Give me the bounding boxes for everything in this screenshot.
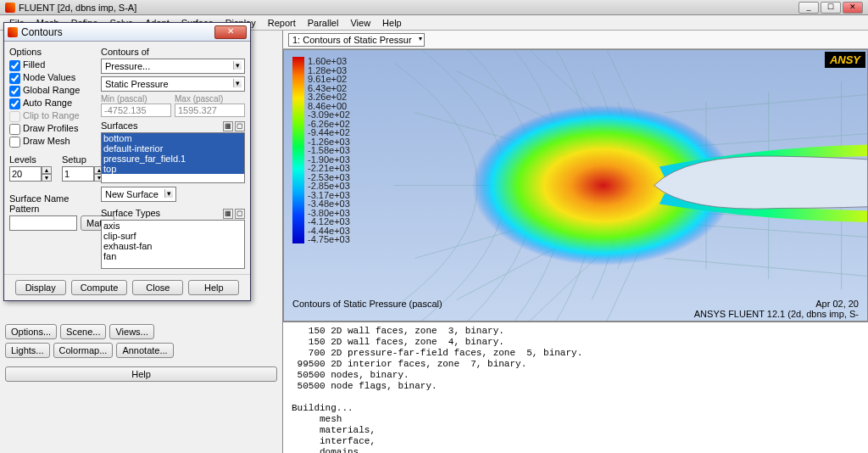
pattern-input[interactable] xyxy=(9,215,77,231)
check-global-range[interactable]: Global Range xyxy=(9,84,94,97)
menu-view[interactable]: View xyxy=(344,16,376,30)
min-label: Min (pascal) xyxy=(101,94,171,103)
type-fan[interactable]: fan xyxy=(102,251,244,261)
min-input xyxy=(101,103,171,117)
compute-button[interactable]: Compute xyxy=(71,280,128,295)
contours-dialog: Contours ✕ Options Filled Node Values Gl… xyxy=(3,22,251,301)
type-clip-surf[interactable]: clip-surf xyxy=(102,231,244,241)
levels-input[interactable] xyxy=(9,166,42,182)
check-node-values[interactable]: Node Values xyxy=(9,71,94,84)
surface-item-top[interactable]: top xyxy=(102,164,244,174)
options-button[interactable]: Options... xyxy=(5,324,57,339)
annotate-button[interactable]: Annotate... xyxy=(116,343,173,358)
surface-item-pressure-far-field[interactable]: pressure_far_field.1 xyxy=(102,154,244,164)
viz-footer-title: Contours of Static Pressure (pascal) xyxy=(292,299,442,319)
types-select-all-icon[interactable]: ▦ xyxy=(223,209,233,219)
type-exhaust-fan[interactable]: exhaust-fan xyxy=(102,241,244,251)
cb-l16: -3.48e+03 xyxy=(308,199,350,209)
surfaces-deselect-icon[interactable]: ▢ xyxy=(235,121,245,131)
menu-report[interactable]: Report xyxy=(262,16,302,30)
setup-spinner[interactable]: ▲▼ xyxy=(62,166,104,182)
colorbar-labels: 1.60e+03 1.28e+03 9.61e+02 6.43e+02 3.26… xyxy=(308,57,350,244)
console-output[interactable]: 150 2D wall faces, zone 3, binary. 150 2… xyxy=(283,322,868,453)
colormap-button[interactable]: Colormap... xyxy=(53,343,114,358)
dialog-close-button[interactable]: ✕ xyxy=(214,25,247,39)
variable-category-combo[interactable]: Pressure... xyxy=(101,59,245,74)
options-label: Options xyxy=(9,47,94,57)
help-button[interactable]: Help xyxy=(5,366,277,382)
setup-label: Setup xyxy=(62,154,104,165)
cb-l14: -2.85e+03 xyxy=(308,182,350,191)
options-column: Options Filled Node Values Global Range … xyxy=(9,47,94,269)
pattern-row: Surface Name Pattern Match xyxy=(9,193,94,231)
dialog-title: Contours xyxy=(21,26,214,38)
colorbar: 1.60e+03 1.28e+03 9.61e+02 6.43e+02 3.26… xyxy=(292,57,350,244)
levels-setup-row: Levels ▲▼ Setup ▲▼ xyxy=(9,154,94,182)
close-button-dlg[interactable]: Close xyxy=(132,280,183,295)
cb-l2: 9.61e+02 xyxy=(308,75,350,84)
viz-footer-right: Apr 02, 20 ANSYS FLUENT 12.1 (2d, dbns i… xyxy=(694,299,859,319)
cb-l8: -9.44e+02 xyxy=(308,128,350,137)
check-draw-mesh[interactable]: Draw Mesh xyxy=(9,135,94,148)
help-button-dlg[interactable]: Help xyxy=(188,280,239,295)
cb-l20: -4.75e+03 xyxy=(308,235,350,244)
cfd-mesh-plot xyxy=(394,50,867,321)
viz-footer-date: Apr 02, 20 xyxy=(694,299,859,309)
dialog-buttons: Display Compute Close Help xyxy=(4,274,250,300)
cb-l4: 3.26e+02 xyxy=(308,92,350,102)
colorbar-gradient xyxy=(292,57,304,243)
right-panel: 1: Contours of Static Pressur ANSY 1.60e… xyxy=(283,31,868,453)
surface-item-default-interior[interactable]: default-interior xyxy=(102,143,244,154)
viz-toolbar: 1: Contours of Static Pressur xyxy=(283,31,868,49)
min-max-row: Min (pascal) Max (pascal) xyxy=(101,94,245,117)
surface-item-bottom[interactable]: bottom xyxy=(102,133,244,143)
levels-label: Levels xyxy=(9,154,52,165)
main-title: FLUENT [2d, dbns imp, S-A] xyxy=(19,3,798,13)
surfaces-label: Surfaces xyxy=(101,120,223,131)
cb-l12: -2.21e+03 xyxy=(308,164,350,173)
surfaces-header: Surfaces ▦ ▢ xyxy=(101,120,245,132)
dialog-titlebar[interactable]: Contours ✕ xyxy=(4,23,250,42)
cb-l6: -3.09e+02 xyxy=(308,110,350,120)
levels-up-icon[interactable]: ▲ xyxy=(42,166,52,174)
setup-input[interactable] xyxy=(62,166,94,182)
close-button[interactable]: ✕ xyxy=(843,2,863,14)
views-button[interactable]: Views... xyxy=(109,324,153,339)
view-selector[interactable]: 1: Contours of Static Pressur xyxy=(288,33,425,47)
check-auto-range[interactable]: Auto Range xyxy=(9,97,94,109)
minimize-button[interactable]: _ xyxy=(798,2,819,14)
display-button[interactable]: Display xyxy=(15,280,66,295)
surfaces-listbox[interactable]: bottom default-interior pressure_far_fie… xyxy=(101,132,245,183)
surface-types-listbox[interactable]: axis clip-surf exhaust-fan fan xyxy=(101,220,245,269)
type-axis[interactable]: axis xyxy=(102,221,244,231)
surfaces-select-all-icon[interactable]: ▦ xyxy=(223,121,233,131)
viz-footer: Contours of Static Pressure (pascal) Apr… xyxy=(292,299,859,319)
viz-footer-app: ANSYS FLUENT 12.1 (2d, dbns imp, S- xyxy=(694,309,859,319)
check-filled[interactable]: Filled xyxy=(9,59,94,71)
lights-button[interactable]: Lights... xyxy=(5,343,50,358)
menu-parallel[interactable]: Parallel xyxy=(302,16,345,30)
cb-l0: 1.60e+03 xyxy=(308,57,350,66)
fluent-logo-icon xyxy=(5,3,15,13)
contours-of-label: Contours of xyxy=(101,47,245,57)
scene-button[interactable]: Scene... xyxy=(60,324,106,339)
check-draw-profiles[interactable]: Draw Profiles xyxy=(9,122,94,135)
variable-combo[interactable]: Static Pressure xyxy=(101,76,245,92)
surface-types-header: Surface Types ▦ ▢ xyxy=(101,208,245,220)
levels-down-icon[interactable]: ▼ xyxy=(42,174,52,182)
dialog-logo-icon xyxy=(8,27,18,37)
pattern-label: Surface Name Pattern xyxy=(9,193,77,214)
graphics-buttons-row1: Options... Scene... Views... xyxy=(5,324,277,339)
levels-spinner[interactable]: ▲▼ xyxy=(9,166,52,182)
main-titlebar: FLUENT [2d, dbns imp, S-A] _ ☐ ✕ xyxy=(0,0,868,15)
new-surface-combo[interactable]: New Surface xyxy=(101,187,176,202)
max-input xyxy=(175,103,245,117)
options-checklist: Filled Node Values Global Range Auto Ran… xyxy=(9,59,94,148)
maximize-button[interactable]: ☐ xyxy=(821,2,841,14)
graphics-buttons-row2: Lights... Colormap... Annotate... xyxy=(5,343,277,358)
types-deselect-icon[interactable]: ▢ xyxy=(235,209,245,219)
window-buttons: _ ☐ ✕ xyxy=(798,2,863,14)
main-column: Contours of Pressure... Static Pressure … xyxy=(101,47,245,269)
viz-area[interactable]: ANSY 1.60e+03 1.28e+03 9.61e+02 6.43e+02… xyxy=(283,49,868,322)
menu-help[interactable]: Help xyxy=(376,16,408,30)
